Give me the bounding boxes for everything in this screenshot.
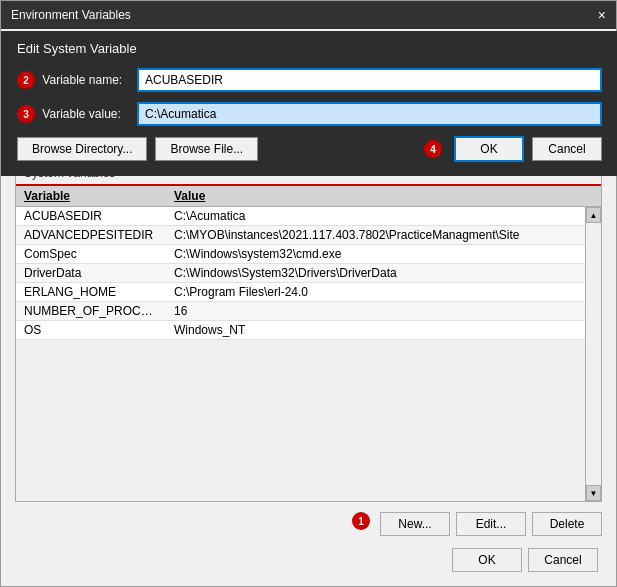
- table-row[interactable]: NUMBER_OF_PROCESSORS 16: [16, 302, 601, 321]
- edit-ok-button[interactable]: OK: [454, 136, 524, 162]
- title-bar: Environment Variables ×: [1, 1, 616, 29]
- main-ok-button[interactable]: OK: [452, 548, 522, 572]
- sys-scrollbar-track: [586, 223, 601, 485]
- sys-scrollbar-down[interactable]: ▼: [586, 485, 601, 501]
- browse-file-button[interactable]: Browse File...: [155, 137, 258, 161]
- sys-delete-button[interactable]: Delete: [532, 512, 602, 536]
- table-row[interactable]: OS Windows_NT: [16, 321, 601, 340]
- variable-value-label: 3 Variable value:: [17, 105, 137, 123]
- browse-directory-button[interactable]: Browse Directory...: [17, 137, 147, 161]
- cell-value: Windows_NT: [166, 321, 601, 339]
- table-row[interactable]: ADVANCEDPESITEDIR C:\MYOB\instances\2021…: [16, 226, 601, 245]
- bottom-actions: OK Cancel: [15, 540, 602, 576]
- dialog-title: Environment Variables: [11, 8, 131, 22]
- cell-variable: OS: [16, 321, 166, 339]
- edit-dialog-title: Edit System Variable: [17, 41, 602, 56]
- close-button[interactable]: ×: [598, 7, 606, 23]
- system-variables-section: System variables Variable Value ACUBASED…: [15, 161, 602, 502]
- sys-scrollbar: ▲ ▼: [585, 207, 601, 501]
- name-badge: 2: [17, 71, 35, 89]
- variable-value-row: 3 Variable value:: [17, 102, 602, 126]
- cell-variable: DriverData: [16, 264, 166, 282]
- sys-scrollbar-up[interactable]: ▲: [586, 207, 601, 223]
- cell-value: C:\Windows\system32\cmd.exe: [166, 245, 601, 263]
- cell-variable: NUMBER_OF_PROCESSORS: [16, 302, 166, 320]
- environment-variables-dialog: Environment Variables × Edit System Vari…: [0, 0, 617, 587]
- sys-var-column-header: Variable: [16, 186, 166, 206]
- cell-variable: ADVANCEDPESITEDIR: [16, 226, 166, 244]
- value-badge: 3: [17, 105, 35, 123]
- sys-edit-button[interactable]: Edit...: [456, 512, 526, 536]
- cell-value: C:\MYOB\instances\2021.117.403.7802\Prac…: [166, 226, 601, 244]
- variable-name-input[interactable]: [137, 68, 602, 92]
- sys-new-badge: 1: [352, 512, 370, 530]
- variable-value-input[interactable]: [137, 102, 602, 126]
- variable-name-row: 2 Variable name:: [17, 68, 602, 92]
- cell-value: C:\Program Files\erl-24.0: [166, 283, 601, 301]
- sys-val-column-header: Value: [166, 186, 585, 206]
- system-variables-table-header: Variable Value: [16, 186, 601, 207]
- cell-value: 16: [166, 302, 601, 320]
- cell-value: C:\Windows\System32\Drivers\DriverData: [166, 264, 601, 282]
- cell-variable: ACUBASEDIR: [16, 207, 166, 225]
- edit-system-variable-dialog: Edit System Variable 2 Variable name: 3 …: [1, 31, 617, 176]
- table-row[interactable]: DriverData C:\Windows\System32\Drivers\D…: [16, 264, 601, 283]
- table-row[interactable]: ERLANG_HOME C:\Program Files\erl-24.0: [16, 283, 601, 302]
- system-variables-table-body: ACUBASEDIR C:\Acumatica ADVANCEDPESITEDI…: [16, 207, 601, 501]
- edit-dialog-actions: Browse Directory... Browse File... 4 OK …: [17, 136, 602, 162]
- cell-variable: ComSpec: [16, 245, 166, 263]
- sys-new-button[interactable]: New...: [380, 512, 450, 536]
- ok-badge: 4: [424, 140, 442, 158]
- table-row[interactable]: ComSpec C:\Windows\system32\cmd.exe: [16, 245, 601, 264]
- sys-var-actions: 1 New... Edit... Delete: [15, 508, 602, 540]
- cell-variable: ERLANG_HOME: [16, 283, 166, 301]
- cell-value: C:\Acumatica: [166, 207, 601, 225]
- main-cancel-button[interactable]: Cancel: [528, 548, 598, 572]
- edit-cancel-button[interactable]: Cancel: [532, 137, 602, 161]
- table-row[interactable]: ACUBASEDIR C:\Acumatica: [16, 207, 601, 226]
- variable-name-label: 2 Variable name:: [17, 71, 137, 89]
